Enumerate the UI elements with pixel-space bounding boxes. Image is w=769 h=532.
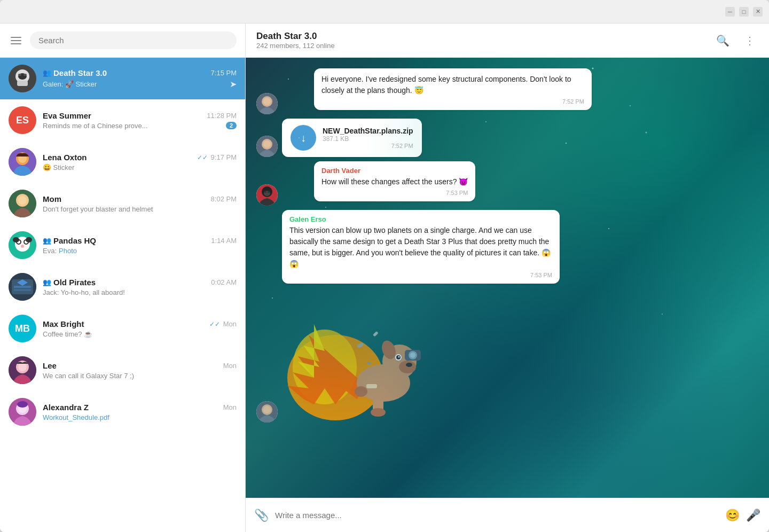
message-group-3: Darth Vader How will these changes affec… xyxy=(256,161,758,206)
chat-panel: Death Star 3.0 242 members, 112 online 🔍… xyxy=(246,24,769,532)
chat-time-max-bright: ✓✓ Mon xyxy=(209,320,237,328)
chat-time-death-star: 7:15 PM xyxy=(211,69,237,77)
message-bubble-3: Darth Vader How will these changes affec… xyxy=(314,161,475,201)
chat-preview-mom: Don't forget your blaster and helmet xyxy=(43,205,237,213)
chat-item-max-bright[interactable]: MB Max Bright ✓✓ Mon Coffee time? ☕ xyxy=(0,308,245,349)
chat-preview-death-star: Galen: 🚀 Sticker ➤ xyxy=(43,79,237,89)
more-options-icon[interactable]: ⋮ xyxy=(741,31,758,50)
svg-point-53 xyxy=(263,140,271,148)
chat-time-old-pirates: 0:02 AM xyxy=(211,278,237,286)
chat-name-alexandra: Alexandra Z xyxy=(43,403,89,412)
message-bubble-1: Hi everyone. I've redesigned some key st… xyxy=(314,68,592,110)
msg-avatar-darth xyxy=(256,184,278,206)
chat-item-eva-summer[interactable]: ES Eva Summer 11:28 PM Reminds me of a C… xyxy=(0,99,245,141)
chat-item-death-star[interactable]: 👥 Death Star 3.0 7:15 PM Galen: 🚀 Sticke… xyxy=(0,58,245,99)
file-name: NEW_DeathStar.plans.zip xyxy=(323,127,413,135)
chat-item-mom[interactable]: Mom 8:02 PM Don't forget your blaster an… xyxy=(0,183,245,224)
svg-rect-57 xyxy=(264,191,266,193)
chat-item-pandas-hq[interactable]: 👥 Pandas HQ 1:14 AM Eva: Photo xyxy=(0,224,245,266)
chat-name-death-star: 👥 Death Star 3.0 xyxy=(43,68,107,77)
chat-info-old-pirates: 👥 Old Pirates 0:02 AM Jack: Yo-ho-ho, al… xyxy=(43,278,237,296)
svg-rect-4 xyxy=(18,74,21,76)
chat-item-old-pirates[interactable]: 👥 Old Pirates 0:02 AM Jack: Yo-ho-ho, al… xyxy=(0,266,245,308)
chat-item-alexandra[interactable]: Alexandra Z Mon Workout_Shedule.pdf xyxy=(0,391,245,433)
svg-point-19 xyxy=(13,237,19,242)
avatar-max-bright: MB xyxy=(9,315,36,342)
sidebar: 👥 Death Star 3.0 7:15 PM Galen: 🚀 Sticke… xyxy=(0,24,246,532)
svg-point-75 xyxy=(398,356,400,358)
chat-header-info: Death Star 3.0 242 members, 112 online xyxy=(256,31,704,50)
titlebar: ─ □ ✕ xyxy=(0,0,769,24)
hamburger-menu[interactable] xyxy=(9,35,23,46)
svg-point-84 xyxy=(371,408,386,417)
minimize-button[interactable]: ─ xyxy=(725,7,735,17)
chat-time-mom: 8:02 PM xyxy=(211,195,237,203)
svg-point-27 xyxy=(18,363,27,371)
chat-info-eva-summer: Eva Summer 11:28 PM Reminds me of a Chin… xyxy=(43,111,237,130)
avatar-lee xyxy=(9,356,36,384)
avatar-alexandra xyxy=(9,398,36,426)
chat-info-death-star: 👥 Death Star 3.0 7:15 PM Galen: 🚀 Sticke… xyxy=(43,68,237,89)
msg-avatar-galen-2 xyxy=(256,136,278,157)
chat-name-old-pirates: 👥 Old Pirates xyxy=(43,278,96,287)
file-time: 7:52 PM xyxy=(323,143,413,149)
sticker-message xyxy=(282,292,431,423)
chat-background: Hi everyone. I've redesigned some key st… xyxy=(246,58,769,498)
message-group-1: Hi everyone. I've redesigned some key st… xyxy=(256,68,758,114)
chat-info-mom: Mom 8:02 PM Don't forget your blaster an… xyxy=(43,194,237,213)
download-button[interactable]: ↓ xyxy=(291,125,316,151)
maximize-button[interactable]: □ xyxy=(739,7,749,17)
message-group-4: Galen Erso This version can blow up two … xyxy=(256,210,758,288)
svg-rect-24 xyxy=(14,289,31,291)
svg-point-61 xyxy=(263,406,271,413)
svg-rect-3 xyxy=(17,81,28,86)
svg-rect-68 xyxy=(373,331,379,337)
mic-icon[interactable]: 🎤 xyxy=(746,508,760,522)
svg-point-43 xyxy=(325,207,326,208)
chat-info-max-bright: Max Bright ✓✓ Mon Coffee time? ☕ xyxy=(43,319,237,338)
avatar-mom xyxy=(9,190,36,217)
file-bubble-2: ↓ NEW_DeathStar.plans.zip 387.1 KB 7:52 … xyxy=(282,119,422,157)
message-text-3: How will these changes affect the users?… xyxy=(321,176,468,187)
svg-rect-58 xyxy=(268,191,270,193)
app-window: ─ □ ✕ xyxy=(0,0,769,532)
chat-header-status: 242 members, 112 online xyxy=(256,42,704,50)
emoji-icon[interactable]: 😊 xyxy=(725,508,740,522)
chat-list: 👥 Death Star 3.0 7:15 PM Galen: 🚀 Sticke… xyxy=(0,58,245,532)
chat-name-eva-summer: Eva Summer xyxy=(43,111,91,120)
chat-header: Death Star 3.0 242 members, 112 online 🔍… xyxy=(246,24,769,58)
chat-preview-lee: We can call it Galaxy Star 7 ;) xyxy=(43,372,237,380)
chat-time-alexandra: Mon xyxy=(223,403,237,411)
message-input[interactable] xyxy=(275,511,719,520)
app-body: 👥 Death Star 3.0 7:15 PM Galen: 🚀 Sticke… xyxy=(0,24,769,532)
message-group-5 xyxy=(256,292,758,423)
message-bubble-4: Galen Erso This version can blow up two … xyxy=(282,210,560,284)
unread-badge-eva: 2 xyxy=(226,122,237,129)
chat-header-name: Death Star 3.0 xyxy=(256,31,704,42)
close-button[interactable]: ✕ xyxy=(753,7,763,17)
chat-time-lena-oxton: ✓✓ 9:17 PM xyxy=(197,153,237,161)
search-input[interactable] xyxy=(30,32,237,49)
message-text-4: This version can blow up two planets on … xyxy=(289,225,552,270)
file-wrapper-2: ↓ NEW_DeathStar.plans.zip 387.1 KB 7:52 … xyxy=(256,119,758,157)
file-info: NEW_DeathStar.plans.zip 387.1 KB 7:52 PM xyxy=(323,127,413,149)
chat-item-lena-oxton[interactable]: Lena Oxton ✓✓ 9:17 PM 😀 Sticker xyxy=(0,141,245,183)
svg-point-50 xyxy=(263,98,271,105)
avatar-old-pirates xyxy=(9,273,36,301)
chat-name-max-bright: Max Bright xyxy=(43,319,84,328)
svg-point-31 xyxy=(17,401,28,408)
search-chat-icon[interactable]: 🔍 xyxy=(713,31,733,50)
chat-item-lee[interactable]: Lee Mon We can call it Galaxy Star 7 ;) xyxy=(0,349,245,391)
svg-point-20 xyxy=(26,237,32,242)
chat-info-lena-oxton: Lena Oxton ✓✓ 9:17 PM 😀 Sticker xyxy=(43,153,237,171)
svg-point-78 xyxy=(355,386,367,397)
avatar-lena-oxton xyxy=(9,148,36,176)
chat-preview-max-bright: Coffee time? ☕ xyxy=(43,330,237,338)
chat-preview-pandas-hq: Eva: Photo xyxy=(43,247,237,255)
msg-avatar-galen-3 xyxy=(256,401,278,423)
svg-rect-23 xyxy=(14,286,31,288)
svg-point-82 xyxy=(410,353,415,358)
svg-point-72 xyxy=(406,363,412,367)
chat-preview-lena-oxton: 😀 Sticker xyxy=(43,163,237,171)
attach-icon[interactable]: 📎 xyxy=(254,508,269,522)
